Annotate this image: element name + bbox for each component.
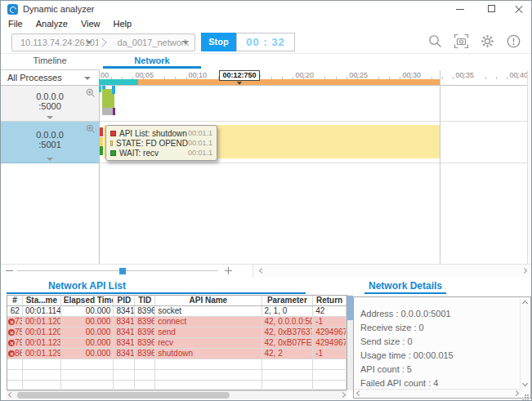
search-icon[interactable] [427,33,443,49]
maximize-button[interactable] [479,1,505,18]
failed-api-icon [8,340,15,346]
table-row[interactable]: 7500:01.12000.00083418396send42, 0xB3763… [7,327,346,338]
timer-display: 00 : 32 [236,33,295,51]
empty-cell [7,370,23,380]
tooltip-time: 00:01.1 [188,129,212,137]
tooltip-color-square [110,131,116,136]
minimize-button[interactable] [447,1,473,18]
empty-cell [135,359,155,369]
scroll-left-icon[interactable] [8,392,14,398]
details-underline [364,292,446,294]
cell-num: 62 [7,306,23,316]
event-block-purple [113,108,115,115]
table-row[interactable]: 7900:01.12300.00083418396recv42, 0xB07FE… [7,338,346,349]
menu-file[interactable]: File [2,18,30,29]
event-block-teal [99,86,101,92]
column-header-pid[interactable]: PID [114,296,135,305]
tab-timeline[interactable]: Timeline [1,56,99,69]
column-header-elapsedtime[interactable]: Elapsed Time [61,296,114,305]
scroll-left-icon[interactable] [356,390,362,396]
window-title: Dynamic analyzer [23,4,94,14]
column-header-[interactable]: # [7,296,23,305]
table-row[interactable]: 6200:01.11400.00083418396socket2, 1, 042 [7,306,346,317]
zoom-in-icon[interactable] [86,88,96,100]
menu-help[interactable]: Help [108,18,140,29]
ruler-tick-label: 00 [101,71,109,79]
device-select[interactable]: 10.113.74.24:26101 [12,34,98,51]
details-vertical-scrollbar[interactable] [520,298,530,389]
breadcrumb-chevron-icon [98,34,110,51]
table-horizontal-scrollbar-thumb[interactable] [17,392,230,399]
table-vertical-scrollbar-thumb[interactable] [347,296,353,320]
empty-cell [262,381,314,390]
table-row[interactable]: 7300:01.12000.00083418396connect42, 0.0.… [7,317,346,327]
empty-cell [23,381,61,390]
process-address: 0.0.0.0 [1,130,99,140]
scroll-up-icon[interactable] [522,301,528,306]
chevron-down-icon [182,41,189,44]
cell-tid: 8396 [135,338,155,348]
column-header-apiname[interactable]: API Name [155,296,262,305]
empty-cell [114,381,135,390]
zoom-in-icon[interactable] [86,124,96,136]
empty-cell [114,370,135,380]
app-select[interactable]: da_0017_network [110,34,195,51]
cell-pid: 8341 [114,306,135,316]
process-row-5000[interactable]: 0.0.0.0:5000 [1,86,99,122]
column-header-tid[interactable]: TID [135,296,155,305]
cell-api: shutdown [155,349,262,359]
scroll-right-icon[interactable] [521,268,527,274]
empty-cell [155,381,262,390]
settings-gear-icon[interactable] [480,33,495,49]
cell-elapsed: 00.000 [61,306,114,316]
menu-view[interactable]: View [75,18,108,29]
chevron-down-icon [86,41,92,44]
zoom-out-button[interactable] [6,270,13,271]
table-empty-row [7,381,346,391]
process-row-5001[interactable]: 0.0.0.0:5001 [1,122,99,163]
zoom-in-button[interactable] [228,267,229,274]
zoom-slider-track[interactable] [17,270,218,271]
time-marker: 00:12:750 [219,70,260,81]
info-icon[interactable] [506,33,521,49]
table-row[interactable]: 8600:01.12900.00083418396shutdown42, 2-1 [7,349,346,359]
table-empty-row [7,370,346,381]
empty-cell [313,359,346,369]
zoom-slider-handle[interactable] [119,268,126,274]
column-header-parameter[interactable]: Parameter [262,296,314,305]
chart-vertical-scrollbar[interactable] [527,70,532,264]
resize-grip[interactable] [522,390,529,396]
tooltip-line: STATE: FD OPEND00:01.1 [110,138,212,148]
stop-button[interactable]: Stop [201,33,236,51]
cell-elapsed: 00.000 [61,338,114,348]
capture-screen-icon[interactable] [454,33,469,49]
details-line: API count : 5 [360,363,454,376]
empty-cell [61,381,114,390]
cell-pid: 8341 [114,349,135,359]
cell-api: connect [155,317,262,327]
scroll-left-icon[interactable] [259,268,265,274]
column-header-stame[interactable]: Sta...me [23,296,61,305]
tooltip-label: STATE: FD OPEND [116,139,188,148]
event-tooltip: API List: shutdown00:01.1STATE: FD OPEND… [105,125,217,161]
close-button[interactable] [506,1,532,18]
chevron-down-icon [84,77,91,80]
details-horizontal-scrollbar[interactable] [355,389,521,397]
tooltip-label: WAIT: recv [119,149,188,158]
cell-elapsed: 00.000 [61,317,114,327]
empty-cell [61,370,114,380]
cell-num-value: 86 [15,349,23,359]
cell-num: 86 [7,349,23,359]
column-header-return[interactable]: Return [313,296,346,305]
scroll-right-icon[interactable] [513,390,519,396]
scroll-down-icon[interactable] [522,381,528,386]
chart-horizontal-scrollbar[interactable] [253,265,532,278]
cell-num: 75 [7,327,23,337]
expand-row-icon[interactable] [47,116,53,119]
failed-api-icon [8,319,15,325]
scroll-right-icon[interactable] [340,392,346,398]
menu-analyze[interactable]: Analyze [30,18,75,29]
process-filter-dropdown[interactable]: All Processes [1,70,99,86]
expand-row-icon[interactable] [47,158,53,161]
empty-cell [135,381,155,390]
